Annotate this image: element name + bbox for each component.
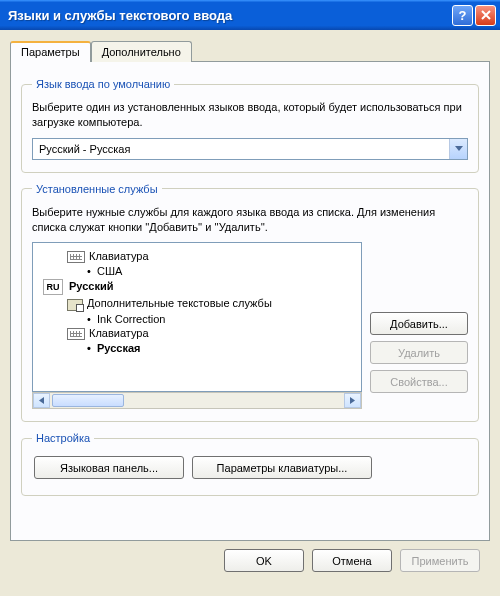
default-language-desc: Выберите один из установленных языков вв… — [32, 100, 468, 130]
services-tree[interactable]: Клавиатура • США RUРусский Дополнительны… — [32, 242, 362, 392]
client-area: Параметры Дополнительно Язык ввода по ум… — [0, 30, 500, 586]
chevron-down-icon — [455, 146, 463, 152]
tree-item[interactable]: • Русская — [37, 341, 357, 355]
scroll-thumb[interactable] — [52, 394, 124, 407]
group-settings: Настройка Языковая панель... Параметры к… — [21, 432, 479, 496]
window-title: Языки и службы текстового ввода — [8, 8, 450, 23]
text-services-icon — [67, 299, 83, 311]
scroll-track[interactable] — [50, 393, 344, 408]
tree-keyboard-header: Клавиатура — [37, 249, 357, 264]
tab-label: Параметры — [21, 46, 80, 58]
add-button[interactable]: Добавить... — [370, 312, 468, 335]
scroll-left-button[interactable] — [33, 393, 50, 408]
tab-params[interactable]: Параметры — [10, 41, 91, 62]
close-button[interactable] — [475, 5, 496, 26]
properties-button: Свойства... — [370, 370, 468, 393]
tree-extra-services-header: Дополнительные текстовые службы — [37, 296, 357, 311]
tree-item[interactable]: • США — [37, 264, 357, 278]
keyboard-icon — [67, 328, 85, 340]
help-button[interactable]: ? — [452, 5, 473, 26]
tab-panel: Язык ввода по умолчанию Выберите один из… — [10, 61, 490, 541]
combo-dropdown-button[interactable] — [449, 139, 467, 159]
group-default-language: Язык ввода по умолчанию Выберите один из… — [21, 78, 479, 173]
group-legend: Установленные службы — [32, 183, 162, 195]
combo-selected-value: Русский - Русская — [33, 143, 449, 155]
scroll-right-button[interactable] — [344, 393, 361, 408]
tab-label: Дополнительно — [102, 46, 181, 58]
services-desc: Выберите нужные службы для каждого языка… — [32, 205, 468, 235]
tree-language-ru[interactable]: RUРусский — [37, 278, 357, 296]
keyboard-params-button[interactable]: Параметры клавиатуры... — [192, 456, 372, 479]
keyboard-icon — [67, 251, 85, 263]
dialog-buttons: OK Отмена Применить — [10, 541, 490, 578]
titlebar: Языки и службы текстового ввода ? — [0, 0, 500, 30]
group-legend: Настройка — [32, 432, 94, 444]
group-legend: Язык ввода по умолчанию — [32, 78, 174, 90]
apply-button: Применить — [400, 549, 480, 572]
tree-keyboard-header: Клавиатура — [37, 326, 357, 341]
tabstrip: Параметры Дополнительно — [10, 41, 490, 62]
tree-item[interactable]: • Ink Correction — [37, 312, 357, 326]
tab-advanced[interactable]: Дополнительно — [91, 41, 192, 62]
language-bar-button[interactable]: Языковая панель... — [34, 456, 184, 479]
chevron-left-icon — [39, 397, 44, 404]
close-icon — [481, 10, 491, 20]
ok-button[interactable]: OK — [224, 549, 304, 572]
language-badge: RU — [43, 279, 63, 295]
horizontal-scrollbar[interactable] — [32, 392, 362, 409]
services-side-buttons: Добавить... Удалить Свойства... — [370, 242, 468, 409]
default-language-combo[interactable]: Русский - Русская — [32, 138, 468, 160]
chevron-right-icon — [350, 397, 355, 404]
cancel-button[interactable]: Отмена — [312, 549, 392, 572]
group-installed-services: Установленные службы Выберите нужные слу… — [21, 183, 479, 423]
remove-button: Удалить — [370, 341, 468, 364]
